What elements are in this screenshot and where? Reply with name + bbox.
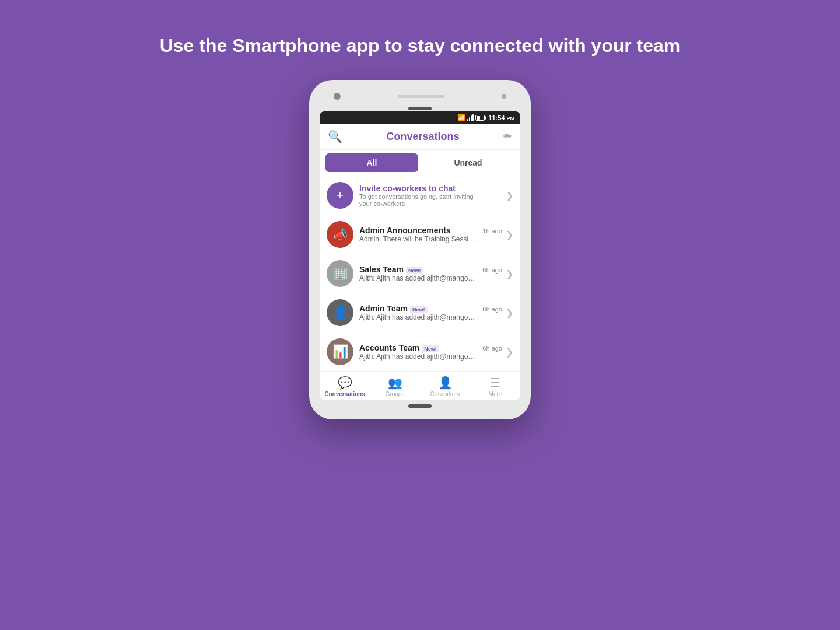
accounts-team-chevron-icon: ❯	[506, 346, 513, 358]
status-time: 11:54 PM	[488, 114, 514, 121]
invite-title: Invite co-workers to chat	[359, 184, 502, 193]
phone-home-area-bottom	[320, 400, 520, 409]
sales-team-new-badge: New!	[406, 267, 424, 274]
coworkers-nav-icon: 👤	[438, 376, 453, 390]
admin-announcements-chevron-icon: ❯	[506, 229, 513, 240]
admin-announcements-avatar: 📣	[327, 221, 354, 248]
accounts-team-name-row: Accounts Team New! 6h ago	[359, 343, 502, 352]
tab-all[interactable]: All	[326, 153, 418, 172]
invite-subtitle: To get conversations going, start inviti…	[359, 193, 476, 207]
conversations-title: Conversations	[386, 131, 459, 143]
nav-conversations[interactable]: 💬 Conversations	[320, 376, 370, 397]
tabs-bar: All Unread	[320, 150, 520, 176]
conv-admin-announcements[interactable]: 📣 Admin Announcements 1h ago Admin: Ther…	[320, 215, 520, 254]
phone-screen: 📶 11:54 PM 🔍 Conversations	[320, 111, 520, 400]
conv-admin-team[interactable]: 👤 Admin Team New! 6h ago Ajith: Ajith ha…	[320, 293, 520, 332]
app-header: 🔍 Conversations ✏	[320, 124, 520, 150]
accounts-team-body: Accounts Team New! 6h ago Ajith: Ajith h…	[359, 343, 502, 360]
more-nav-label: More	[489, 391, 502, 397]
edit-icon[interactable]: ✏	[503, 130, 512, 143]
admin-team-chevron-icon: ❯	[506, 307, 513, 318]
sales-team-name-row: Sales Team New! 6h ago	[359, 265, 502, 274]
groups-nav-label: Groups	[386, 391, 405, 397]
sales-team-name: Sales Team	[359, 265, 404, 274]
phone-camera	[334, 93, 341, 100]
phone-shell: 📶 11:54 PM 🔍 Conversations	[309, 80, 531, 419]
conversations-nav-icon: 💬	[338, 376, 352, 390]
status-icons: 📶 11:54 PM	[457, 114, 514, 121]
admin-announcements-name-row: Admin Announcements 1h ago	[359, 226, 502, 235]
conversation-list: + Invite co-workers to chat To get conve…	[320, 176, 520, 372]
admin-team-body: Admin Team New! 6h ago Ajith: Ajith has …	[359, 304, 502, 321]
admin-team-name-row: Admin Team New! 6h ago	[359, 304, 502, 313]
nav-coworkers[interactable]: 👤 Co-workers	[420, 376, 470, 397]
accounts-team-name: Accounts Team	[359, 343, 419, 352]
wifi-icon: 📶	[457, 114, 466, 121]
conv-sales-team[interactable]: 🏢 Sales Team New! 6h ago Ajith: Ajith ha…	[320, 254, 520, 293]
sales-team-body: Sales Team New! 6h ago Ajith: Ajith has …	[359, 265, 502, 282]
admin-team-time: 6h ago	[482, 306, 502, 313]
admin-team-name: Admin Team	[359, 304, 408, 313]
accounts-team-preview: Ajith: Ajith has added ajith@mangospring…	[359, 352, 476, 360]
admin-team-new-badge: New!	[410, 306, 428, 313]
sales-team-time: 6h ago	[482, 267, 502, 274]
search-icon[interactable]: 🔍	[328, 130, 342, 144]
conv-accounts-team[interactable]: 📊 Accounts Team New! 6h ago Ajith: Ajith…	[320, 332, 520, 372]
accounts-team-avatar: 📊	[327, 338, 354, 365]
groups-nav-icon: 👥	[388, 376, 402, 390]
signal-bars-icon	[467, 114, 474, 121]
sales-team-avatar: 🏢	[327, 260, 354, 287]
nav-more[interactable]: ☰ More	[470, 376, 520, 397]
invite-avatar: +	[327, 182, 354, 209]
accounts-team-time: 6h ago	[482, 345, 502, 352]
coworkers-nav-label: Co-workers	[430, 391, 460, 397]
phone-home-indicator-bottom	[408, 404, 432, 408]
phone-speaker	[398, 94, 444, 98]
battery-icon	[475, 115, 485, 121]
admin-announcements-preview: Admin: There will be Training Session Sc…	[359, 235, 476, 243]
page-title: Use the Smartphone app to stay connected…	[0, 35, 840, 57]
sales-team-preview: Ajith: Ajith has added ajith@mangospring…	[359, 274, 476, 282]
admin-announcements-time: 1h ago	[482, 228, 502, 235]
sales-team-chevron-icon: ❯	[506, 268, 513, 279]
admin-announcements-name: Admin Announcements	[359, 226, 451, 235]
accounts-team-new-badge: New!	[422, 345, 439, 352]
bottom-nav: 💬 Conversations 👥 Groups 👤 Co-workers ☰ …	[320, 372, 520, 400]
admin-team-preview: Ajith: Ajith has added ajith@mangospring…	[359, 313, 476, 321]
nav-groups[interactable]: 👥 Groups	[370, 376, 420, 397]
more-nav-icon: ☰	[490, 376, 501, 390]
conversations-nav-label: Conversations	[324, 391, 365, 397]
phone-top-bar	[320, 90, 520, 104]
phone-home-indicator-top	[408, 107, 432, 110]
invite-item[interactable]: + Invite co-workers to chat To get conve…	[320, 176, 520, 215]
invite-chevron-icon: ❯	[506, 190, 513, 201]
invite-body: Invite co-workers to chat To get convers…	[359, 184, 502, 207]
status-bar: 📶 11:54 PM	[320, 111, 520, 124]
phone-btn	[502, 94, 506, 99]
admin-team-avatar: 👤	[327, 299, 354, 326]
tab-unread[interactable]: Unread	[422, 153, 514, 172]
phone-home-area-top	[320, 104, 520, 111]
admin-announcements-body: Admin Announcements 1h ago Admin: There …	[359, 226, 502, 243]
